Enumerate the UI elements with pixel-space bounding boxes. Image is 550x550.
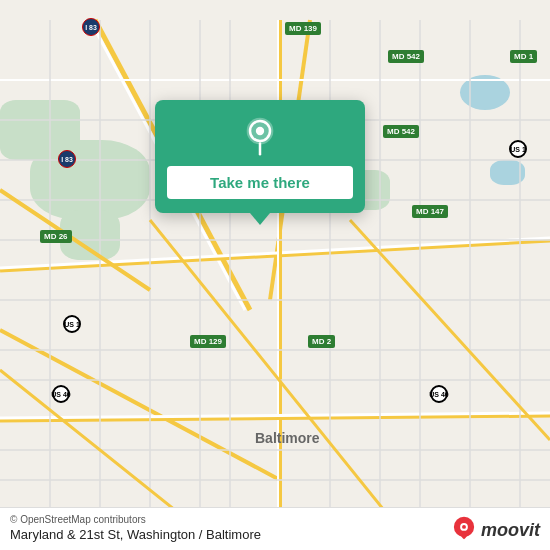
bottom-bar: © OpenStreetMap contributors Maryland & … — [0, 507, 550, 550]
badge-md2: MD 2 — [308, 335, 335, 348]
moovit-text: moovit — [481, 520, 540, 541]
badge-i83-mid: I 83 — [58, 150, 76, 168]
map-container: I 83 MD 139 MD 542 MD 1 I 83 MD 542 US 1… — [0, 0, 550, 550]
badge-md542-top: MD 542 — [388, 50, 424, 63]
badge-md139: MD 139 — [285, 22, 321, 35]
badge-us40-left: US 40 — [52, 385, 70, 403]
popup-card: Take me there — [155, 100, 365, 213]
badge-md129: MD 129 — [190, 335, 226, 348]
location-pin-icon — [240, 116, 280, 156]
moovit-logo: moovit — [450, 516, 540, 544]
city-label: Baltimore — [255, 430, 320, 446]
badge-md542-mid: MD 542 — [383, 125, 419, 138]
popup-arrow — [250, 213, 270, 225]
svg-point-39 — [462, 525, 466, 529]
badge-md147: MD 147 — [412, 205, 448, 218]
badge-us40-right: US 40 — [430, 385, 448, 403]
badge-md1-top: MD 1 — [510, 50, 537, 63]
badge-i83-top: I 83 — [82, 18, 100, 36]
moovit-icon — [450, 516, 478, 544]
badge-md26: MD 26 — [40, 230, 72, 243]
badge-us1-left: US 1 — [63, 315, 81, 333]
take-me-there-button[interactable]: Take me there — [167, 166, 353, 199]
badge-us1-right: US 1 — [509, 140, 527, 158]
road-network — [0, 0, 550, 550]
svg-point-36 — [256, 127, 264, 135]
